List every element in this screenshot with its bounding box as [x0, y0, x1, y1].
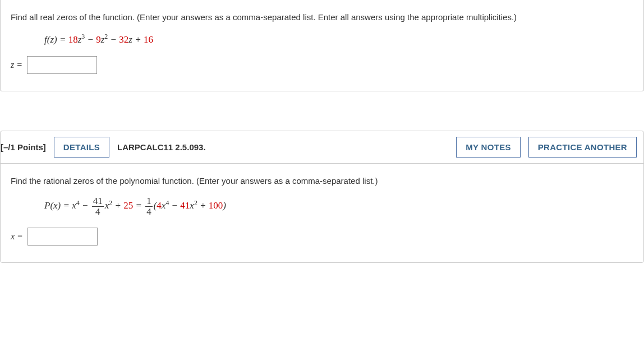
paren-close: ) — [223, 200, 226, 211]
op-plus-q2: + — [112, 200, 123, 211]
frac-num-41: 41 — [92, 196, 104, 207]
coef-18: 18 — [68, 34, 78, 44]
px-lhs: P(x) = x — [44, 200, 76, 211]
op-minus2: − — [108, 34, 119, 44]
question-header: [–/1 Points] DETAILS LARPCALC11 2.5.093.… — [1, 131, 643, 163]
op-plus1: + — [132, 34, 144, 44]
coef-32: 32 — [119, 34, 128, 44]
question-2-prompt: Find the rational zeros of the polynomia… — [11, 174, 633, 188]
frac-den-4a: 4 — [92, 207, 104, 217]
fraction-41-4: 414 — [92, 196, 104, 217]
const-25: 25 — [123, 200, 133, 211]
op-minus-q2a: − — [80, 200, 91, 211]
coef-9: 9 — [96, 34, 101, 44]
question-1-formula: f(z) = 18z3 − 9z2 − 32z + 16 — [11, 33, 633, 45]
answer-row-x: x = — [11, 228, 633, 246]
x-equals-label: x = — [11, 232, 23, 242]
z-equals-label: z = — [11, 60, 22, 70]
p-var-x2: x — [190, 200, 194, 211]
question-2-container: [–/1 Points] DETAILS LARPCALC11 2.5.093.… — [0, 131, 644, 263]
coef-16: 16 — [144, 34, 153, 44]
details-button[interactable]: DETAILS — [54, 137, 109, 158]
op-minus1: − — [85, 34, 96, 44]
practice-another-button[interactable]: PRACTICE ANOTHER — [528, 137, 637, 158]
question-reference: LARPCALC11 2.5.093. — [117, 142, 206, 152]
question-1-box: Find all real zeros of the function. (En… — [0, 0, 644, 91]
fz-lhs: f(z) = — [44, 34, 68, 44]
question-2-body: Find the rational zeros of the polynomia… — [1, 163, 643, 262]
points-label: [–/1 Points] — [1, 142, 46, 152]
p-coef-100: 100 — [209, 200, 223, 211]
z-answer-input[interactable] — [27, 56, 97, 74]
p-coef-4: 4 — [157, 200, 162, 211]
x-answer-input[interactable] — [27, 228, 98, 246]
var-z3: z — [128, 34, 132, 44]
frac-num-1: 1 — [145, 196, 153, 207]
p-op-minus: − — [169, 200, 180, 211]
question-1-prompt: Find all real zeros of the function. (En… — [11, 10, 633, 25]
my-notes-button[interactable]: MY NOTES — [456, 137, 520, 158]
answer-row-z: z = — [11, 56, 633, 74]
question-2-formula: P(x) = x4 − 414x2 + 25 = 14(4x4 − 41x2 +… — [11, 196, 633, 217]
p-coef-41: 41 — [180, 200, 190, 211]
frac-den-4b: 4 — [145, 207, 153, 217]
fraction-1-4: 14 — [145, 196, 153, 217]
p-op-plus: + — [197, 200, 209, 211]
op-eq: = — [133, 200, 144, 211]
